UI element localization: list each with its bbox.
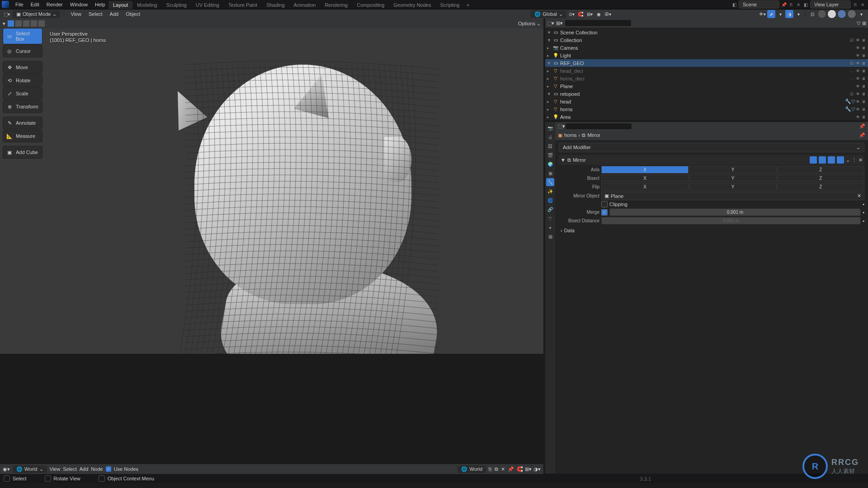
scene-browse-icon[interactable]: ◧: [731, 1, 738, 8]
proportional-falloff-icon[interactable]: ⦿▾: [604, 10, 612, 18]
tool-cursor[interactable]: ◎Cursor: [3, 45, 42, 57]
add-modifier-button[interactable]: Add Modifier⌄: [559, 143, 864, 152]
mirror-object-field[interactable]: ▣Plane✕: [601, 192, 864, 200]
bisect-z-toggle[interactable]: Z: [777, 174, 864, 182]
editor-type-icon[interactable]: ⬚▾: [547, 20, 554, 26]
view-menu[interactable]: View: [68, 10, 84, 18]
pin-icon[interactable]: 📌: [859, 132, 865, 138]
tab-modeling[interactable]: Modeling: [132, 1, 162, 9]
use-nodes-checkbox[interactable]: ✓: [106, 466, 111, 472]
select-mode-invert[interactable]: [38, 20, 45, 27]
collapse-icon[interactable]: ▼: [561, 157, 566, 163]
shader-view-menu[interactable]: View: [50, 466, 61, 472]
shading-options-icon[interactable]: ▾: [857, 10, 865, 18]
select-mode-subtract[interactable]: [23, 20, 30, 27]
tool-dropdown-icon[interactable]: ▾: [3, 21, 5, 27]
merge-value[interactable]: 0.001 m: [609, 208, 861, 216]
pivot-point-icon[interactable]: ⊙▾: [567, 10, 576, 18]
tool-move[interactable]: ✥Move: [3, 61, 42, 74]
tab-particles-icon[interactable]: ✨: [546, 187, 554, 195]
extras-icon[interactable]: ⋮: [852, 157, 857, 163]
axis-z-toggle[interactable]: Z: [777, 166, 864, 174]
tab-physics-icon[interactable]: 🌀: [546, 196, 554, 204]
tab-layout[interactable]: Layout: [108, 1, 132, 9]
axis-y-toggle[interactable]: Y: [689, 166, 776, 174]
chevron-down-icon[interactable]: ⌄: [846, 157, 850, 163]
pin-icon[interactable]: 📌: [508, 466, 514, 472]
outliner-row-head_deci[interactable]: ▸▽head_deci⌄👁🖥: [545, 67, 868, 75]
tool-transform[interactable]: ⊕Transform: [3, 100, 42, 113]
filter-icon[interactable]: ▽: [857, 20, 860, 26]
outliner-row-ref_geo[interactable]: ▼▭REF_GEO☑👁🖥: [545, 59, 868, 67]
outliner-row-collection[interactable]: ▼▭Collection☑👁🖥: [545, 36, 868, 44]
tab-world-icon[interactable]: 🌍: [546, 160, 554, 168]
tool-scale[interactable]: ⤢Scale: [3, 87, 42, 100]
select-menu[interactable]: Select: [86, 10, 105, 18]
outliner-row-area[interactable]: ▸💡Area👁🖥: [545, 113, 868, 121]
tool-select-box[interactable]: ▭Select Box: [3, 28, 42, 44]
tool-add-cube[interactable]: ▣Add Cube: [3, 146, 42, 159]
gizmo-options-icon[interactable]: ▾: [776, 10, 784, 18]
overlay-toggle-icon[interactable]: ◑: [785, 10, 793, 18]
tab-modifier-icon[interactable]: 🔧: [546, 178, 554, 186]
shader-add-menu[interactable]: Add: [80, 466, 89, 472]
duplicate-icon[interactable]: ⧉: [495, 466, 498, 472]
overlay-icon[interactable]: ◑▾: [533, 466, 541, 472]
gizmo-toggle-icon[interactable]: ⬈: [767, 10, 775, 18]
bisect-x-toggle[interactable]: X: [601, 174, 689, 182]
scene-collection-row[interactable]: ▼▭Scene Collection: [545, 28, 868, 36]
world-datablock[interactable]: 🌐World: [458, 465, 486, 473]
tab-animation[interactable]: Animation: [289, 1, 321, 9]
scene-new-icon[interactable]: ⎘: [788, 1, 795, 8]
menu-file[interactable]: File: [12, 0, 27, 9]
render-toggle-icon[interactable]: [837, 156, 844, 164]
layer-browse-icon[interactable]: ◧: [802, 1, 809, 8]
select-mode-extend[interactable]: [15, 20, 22, 27]
new-icon[interactable]: ⎘: [489, 466, 492, 472]
modifier-name-field[interactable]: Mirror: [573, 157, 808, 163]
select-mode-new[interactable]: [7, 20, 14, 27]
tab-object-icon[interactable]: ▣: [546, 169, 554, 177]
mode-select[interactable]: ▣Object Mode⌄: [13, 10, 60, 18]
layer-new-icon[interactable]: ⎘: [852, 1, 859, 8]
shading-material-icon[interactable]: [837, 9, 846, 19]
tab-scene-icon[interactable]: 🎬: [546, 151, 554, 159]
tab-material-icon[interactable]: ●: [546, 223, 554, 231]
flip-y-toggle[interactable]: Y: [689, 183, 776, 191]
tool-rotate[interactable]: ⟲Rotate: [3, 74, 42, 87]
bisect-distance-value[interactable]: 0.001 m: [601, 217, 861, 225]
overlay-options-icon[interactable]: ▾: [794, 10, 802, 18]
options-dropdown[interactable]: Options ⌄: [518, 21, 541, 27]
menu-edit[interactable]: Edit: [27, 0, 43, 9]
shading-rendered-icon[interactable]: [847, 9, 856, 19]
flip-z-toggle[interactable]: Z: [777, 183, 864, 191]
add-workspace-button[interactable]: +: [464, 2, 472, 8]
clear-icon[interactable]: ✕: [857, 193, 861, 199]
proportional-edit-icon[interactable]: ◉: [594, 10, 603, 18]
breadcrumb-object[interactable]: horns: [564, 132, 577, 138]
tab-compositing[interactable]: Compositing: [352, 1, 389, 9]
select-mode-intersect[interactable]: [30, 20, 38, 27]
tab-rendering[interactable]: Rendering: [320, 1, 352, 9]
tool-measure[interactable]: 📐Measure: [3, 130, 42, 142]
shader-select-menu[interactable]: Select: [63, 466, 77, 472]
visibility-icon[interactable]: 👁▾: [758, 10, 766, 18]
outliner-row-head[interactable]: ▸▽head🔧▽👁🖥: [545, 98, 868, 105]
menu-window[interactable]: Window: [66, 0, 91, 9]
breadcrumb-modifier[interactable]: Mirror: [587, 132, 600, 138]
tab-shading[interactable]: Shading: [262, 1, 289, 9]
tab-geometry-nodes[interactable]: Geometry Nodes: [389, 1, 435, 9]
object-menu[interactable]: Object: [123, 10, 143, 18]
properties-search[interactable]: [565, 123, 632, 130]
new-collection-icon[interactable]: ⊞: [862, 20, 866, 26]
editor-type-icon[interactable]: ⬚▾: [3, 10, 11, 18]
tab-viewlayer-icon[interactable]: 🖼: [546, 142, 554, 150]
snap-toggle-icon[interactable]: 🧲: [576, 10, 585, 18]
shader-type-select[interactable]: 🌐World⌄: [13, 465, 47, 473]
scene-delete-icon[interactable]: ✕: [795, 1, 802, 8]
tab-texture-paint[interactable]: Texture Paint: [224, 1, 262, 9]
flip-x-toggle[interactable]: X: [601, 183, 689, 191]
shader-node-menu[interactable]: Node: [91, 466, 103, 472]
editmode-toggle-icon[interactable]: [819, 156, 826, 164]
unlink-icon[interactable]: ✕: [501, 466, 505, 472]
